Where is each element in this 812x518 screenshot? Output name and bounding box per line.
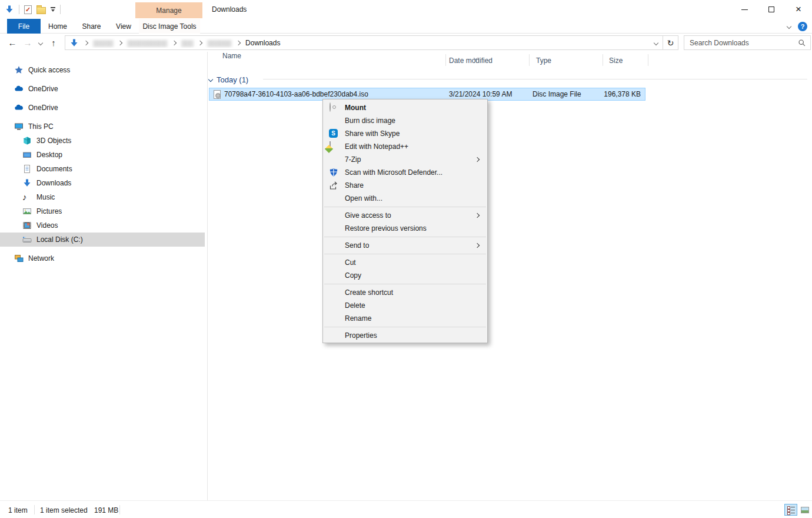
defender-shield-icon [329,168,338,177]
group-header-today[interactable]: Today (1) [209,74,248,85]
sidebar-item-videos[interactable]: Videos [0,218,205,233]
menu-item-open-with[interactable]: Open with... [323,192,487,205]
large-icons-view-button[interactable] [798,504,811,516]
maximize-button[interactable] [758,0,785,19]
menu-item-restore-previous-versions[interactable]: Restore previous versions [323,222,487,235]
customize-toolbar-icon[interactable] [51,7,55,12]
column-divider[interactable] [445,54,446,66]
menu-item-share-with-skype[interactable]: S Share with Skype [323,127,487,140]
refresh-icon[interactable]: ↻ [663,35,678,50]
menu-item-cut[interactable]: Cut [323,256,487,269]
sidebar-item-downloads[interactable]: Downloads [0,176,205,190]
videos-film-icon [22,221,32,230]
new-folder-icon[interactable] [36,7,46,14]
search-box [684,35,811,50]
menu-item-7zip[interactable]: 7-Zip [323,153,487,166]
desktop-icon [22,150,32,160]
column-divider[interactable] [603,54,603,66]
thumbnails-view-icon [801,507,809,513]
breadcrumb: ▒▒▒▒▒ ▒▒▒▒▒▒▒▒▒▒ ▒▒▒ ▒▒▒▒▒▒ Downloads [65,38,650,48]
3d-cube-icon [22,136,32,145]
status-divider [34,505,35,514]
close-icon: × [796,6,801,12]
sidebar-item-documents[interactable]: Documents [0,162,205,176]
group-divider [263,79,807,79]
menu-item-copy[interactable]: Copy [323,269,487,282]
up-icon[interactable]: ↑ [47,34,60,52]
breadcrumb-segment-redacted[interactable]: ▒▒▒▒▒▒ [207,39,231,47]
sidebar-item-pictures[interactable]: Pictures [0,204,205,218]
column-header-date-modified[interactable]: Date modified [449,57,492,65]
menu-separator [324,284,486,284]
details-view-button[interactable] [784,504,797,516]
column-divider[interactable] [529,54,530,66]
breadcrumb-separator-icon [236,40,241,45]
sidebar-item-onedrive-2[interactable]: OneDrive [0,101,205,115]
column-header-name[interactable]: Name [222,52,241,60]
menu-item-mount[interactable]: Mount [323,101,487,114]
breadcrumb-segment-redacted[interactable]: ▒▒▒▒▒ [93,39,113,47]
properties-icon[interactable] [24,5,32,14]
sidebar-item-quick-access[interactable]: Quick access [0,63,205,77]
tab-file[interactable]: File [7,19,41,34]
breadcrumb-current-location[interactable]: Downloads [245,39,280,47]
menu-item-delete[interactable]: Delete [323,299,487,312]
music-note-icon: ♪ [22,192,32,202]
menu-item-share[interactable]: Share [323,179,487,192]
menu-item-edit-with-notepadpp[interactable]: Edit with Notepad++ [323,140,487,153]
onedrive-cloud-icon [14,103,24,112]
downloads-arrow-icon [22,178,32,188]
sidebar-item-this-pc[interactable]: This PC [0,119,205,134]
close-button[interactable]: × [785,0,812,19]
file-size: 196,378 KB [604,90,641,98]
recent-locations-icon[interactable] [34,34,47,52]
menu-item-create-shortcut[interactable]: Create shortcut [323,286,487,299]
tab-home[interactable]: Home [41,19,75,34]
menu-item-rename[interactable]: Rename [323,312,487,325]
address-dropdown-icon[interactable] [650,41,663,45]
file-explorer-window: Manage Downloads × File Home Share View … [0,0,812,518]
sidebar-item-network[interactable]: Network [0,251,205,265]
tab-view[interactable]: View [108,19,139,34]
address-bar[interactable]: ▒▒▒▒▒ ▒▒▒▒▒▒▒▒▒▒ ▒▒▒ ▒▒▒▒▒▒ Downloads ↻ [65,35,678,50]
tab-share[interactable]: Share [75,19,108,34]
menu-item-scan-with-defender[interactable]: Scan with Microsoft Defender... [323,166,487,179]
share-icon [329,181,338,190]
skype-icon: S [329,129,338,138]
breadcrumb-separator-icon [172,40,177,45]
column-header-size[interactable]: Size [609,57,623,65]
window-title: Downloads [212,5,247,14]
collapse-group-icon[interactable] [208,77,213,82]
mount-disc-icon [329,103,338,112]
breadcrumb-segment-redacted[interactable]: ▒▒▒▒▒▒▒▒▒▒ [127,39,167,47]
menu-separator [324,254,486,254]
expand-ribbon-icon[interactable] [787,24,791,28]
forward-icon[interactable]: → [21,34,34,52]
minimize-button[interactable] [731,0,758,19]
title-bar: Manage Downloads × [0,0,812,19]
quick-access-toolbar [5,0,61,19]
sidebar-item-3d-objects[interactable]: 3D Objects [0,134,205,148]
sidebar-item-desktop[interactable]: Desktop [0,148,205,162]
item-count: 1 item [8,506,28,514]
column-header-type[interactable]: Type [536,57,551,65]
hard-disk-icon [22,235,32,244]
menu-item-give-access-to[interactable]: Give access to [323,209,487,222]
menu-item-properties[interactable]: Properties [323,329,487,342]
sidebar-item-music[interactable]: ♪ Music [0,190,205,204]
search-icon[interactable] [794,39,810,47]
search-input[interactable] [684,39,794,47]
tab-disc-image-tools[interactable]: Disc Image Tools [139,19,200,34]
sidebar-item-local-disk-c[interactable]: Local Disk (C:) [0,233,205,247]
toolbar-divider [19,5,19,14]
sidebar-item-onedrive[interactable]: OneDrive [0,82,205,96]
column-divider[interactable] [648,54,648,66]
menu-separator [324,327,486,327]
location-folder-icon [69,38,79,48]
breadcrumb-separator-icon [84,40,88,45]
breadcrumb-segment-redacted[interactable]: ▒▒▒ [181,39,193,47]
menu-item-send-to[interactable]: Send to [323,239,487,252]
back-icon[interactable]: ← [6,34,19,52]
menu-item-burn-disc-image[interactable]: Burn disc image [323,114,487,127]
help-icon[interactable]: ? [798,22,807,31]
